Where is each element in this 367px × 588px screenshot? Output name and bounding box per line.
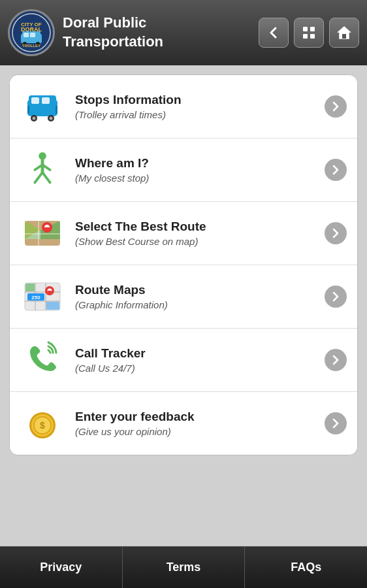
bottom-bar: Privacy Terms FAQs [0,546,367,588]
maps-text: Route Maps (Graphic Information) [75,283,314,310]
feedback-icon: $ [20,401,65,446]
app-logo: CITY OF DORAL TROLLEY [8,9,55,56]
grid-button[interactable] [294,18,324,48]
feedback-subtitle: (Give us your opinion) [75,426,314,437]
maps-arrow [325,286,347,308]
route-text: Select The Best Route (Show Best Course … [75,220,314,247]
route-subtitle: (Show Best Course on map) [75,236,314,247]
svg-rect-24 [27,106,29,114]
maps-subtitle: (Graphic Information) [75,299,314,310]
home-button[interactable] [329,18,359,48]
svg-line-28 [35,172,42,182]
svg-text:$: $ [40,420,45,431]
app-header: CITY OF DORAL TROLLEY Doral Public Trans… [0,0,367,65]
call-text: Call Tracker (Call Us 24/7) [75,346,314,374]
svg-rect-13 [310,34,315,39]
stops-title: Stops Information [75,93,314,107]
menu-list: Stops Information (Trolley arrival times… [9,74,358,455]
svg-point-23 [50,117,53,120]
stops-text: Stops Information (Trolley arrival times… [75,93,314,120]
svg-rect-5 [24,33,29,37]
location-title: Where am I? [75,156,314,171]
svg-rect-11 [310,27,315,31]
menu-item-call[interactable]: Call Tracker (Call Us 24/7) [10,329,357,392]
terms-button[interactable]: Terms [123,547,246,588]
svg-rect-12 [303,34,308,39]
svg-line-29 [42,172,50,182]
svg-point-21 [33,117,36,120]
privacy-button[interactable]: Privacy [0,547,123,588]
faqs-button[interactable]: FAQs [245,547,367,588]
menu-item-route[interactable]: Select The Best Route (Show Best Course … [10,202,357,265]
stops-arrow [325,95,347,118]
maps-title: Route Maps [75,283,314,297]
svg-rect-47 [46,302,59,310]
location-subtitle: (My closest stop) [75,172,314,184]
svg-rect-18 [31,97,39,104]
feedback-arrow [325,412,347,434]
header-buttons [259,18,359,48]
call-title: Call Tracker [75,346,314,361]
main-content: Stops Information (Trolley arrival times… [0,65,367,546]
back-button[interactable] [259,18,289,48]
svg-text:250: 250 [31,295,40,301]
app-title: Doral Public Transportation [63,14,251,51]
route-arrow [325,222,347,244]
svg-rect-19 [42,97,50,104]
svg-rect-25 [56,106,57,114]
maps-icon: 250 [20,274,65,319]
menu-item-stops[interactable]: Stops Information (Trolley arrival times… [10,75,357,139]
location-arrow [325,159,347,181]
route-icon [20,211,65,255]
stops-icon [20,84,65,129]
svg-rect-6 [30,33,35,37]
location-icon [20,148,65,192]
route-title: Select The Best Route [75,220,314,234]
call-arrow [325,349,347,371]
svg-rect-10 [303,27,308,31]
location-text: Where am I? (My closest stop) [75,156,314,184]
stops-subtitle: (Trolley arrival times) [75,109,314,120]
svg-rect-15 [342,34,346,39]
menu-item-feedback[interactable]: $ Enter your feedback (Give us your opin… [10,392,357,455]
svg-text:TROLLEY: TROLLEY [22,44,40,48]
feedback-title: Enter your feedback [75,410,314,424]
menu-item-location[interactable]: Where am I? (My closest stop) [10,139,357,202]
menu-item-maps[interactable]: 250 Route Maps (Graphic Information) [10,265,357,329]
call-icon [20,338,65,382]
call-subtitle: (Call Us 24/7) [75,363,314,374]
svg-rect-46 [25,284,35,291]
feedback-text: Enter your feedback (Give us your opinio… [75,410,314,437]
